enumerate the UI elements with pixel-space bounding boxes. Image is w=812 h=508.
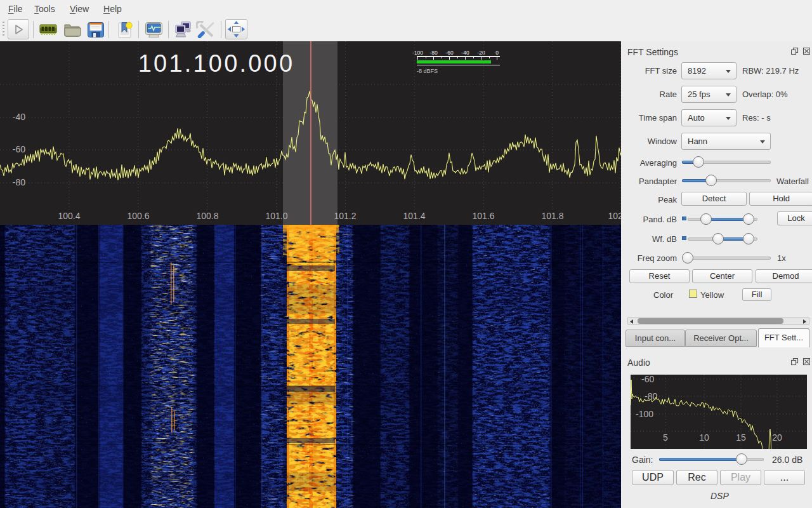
svg-text:101.6: 101.6: [472, 211, 494, 221]
svg-text:101.4: 101.4: [403, 211, 425, 221]
svg-text:100.8: 100.8: [196, 211, 218, 221]
svg-text:-60: -60: [13, 144, 25, 154]
svg-text:-60: -60: [641, 375, 654, 384]
svg-text:-80: -80: [13, 177, 25, 187]
svg-text:102.: 102.: [608, 211, 621, 221]
svg-text:10: 10: [699, 432, 709, 443]
svg-text:101.8: 101.8: [541, 211, 563, 221]
svg-text:20: 20: [772, 432, 782, 443]
svg-text:101.0: 101.0: [265, 211, 287, 221]
svg-text:5: 5: [663, 432, 668, 443]
svg-text:101.2: 101.2: [334, 211, 356, 221]
svg-text:15: 15: [736, 432, 746, 443]
svg-text:-40: -40: [13, 112, 25, 122]
svg-text:100.4: 100.4: [58, 211, 80, 221]
svg-text:-100: -100: [636, 409, 653, 419]
svg-text:100.6: 100.6: [127, 211, 149, 221]
